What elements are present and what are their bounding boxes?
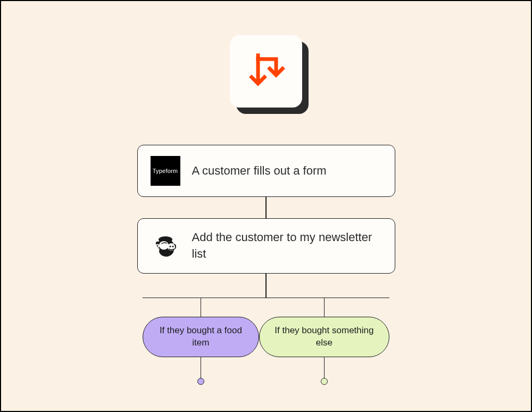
mailchimp-logo-icon <box>151 231 180 261</box>
branch-terminal-dot <box>321 378 328 385</box>
branching-arrows-icon <box>245 51 287 92</box>
branch-left: If they bought a food item <box>143 298 259 385</box>
connector-line <box>201 298 202 317</box>
typeform-logo-icon: Typeform <box>151 156 180 186</box>
card <box>230 35 302 108</box>
trigger-icon-card <box>230 35 302 108</box>
branch-terminal-dot <box>197 378 204 385</box>
svg-point-4 <box>172 245 173 247</box>
svg-point-3 <box>169 245 171 247</box>
connector-line <box>265 274 267 298</box>
connector-line <box>201 357 202 378</box>
workflow-diagram: Typeform A customer fills out a form <box>1 1 531 385</box>
typeform-logo-text: Typeform <box>153 168 178 174</box>
branch-label: If they bought a food item <box>160 325 242 348</box>
branch-right: If they bought something else <box>259 298 389 385</box>
step-description: A customer fills out a form <box>192 163 327 179</box>
branch-condition-pill: If they bought a food item <box>143 317 259 357</box>
step-description: Add the customer to my newsletter list <box>192 229 382 262</box>
branch-label: If they bought something else <box>275 325 373 348</box>
svg-point-6 <box>156 245 158 246</box>
branch-condition-pill: If they bought something else <box>259 317 389 357</box>
step-card-mailchimp: Add the customer to my newsletter list <box>137 218 395 274</box>
branch-wrapper: If they bought a food item If they bough… <box>143 298 389 385</box>
connector-line <box>324 298 325 317</box>
connector-line <box>324 357 325 378</box>
connector-line <box>265 197 267 218</box>
step-card-typeform: Typeform A customer fills out a form <box>137 145 395 197</box>
